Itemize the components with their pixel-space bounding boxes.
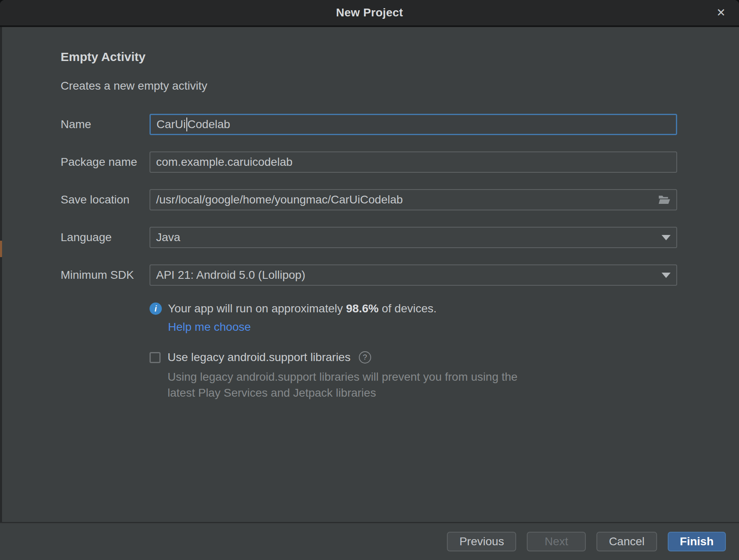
dialog-content: Empty Activity Creates a new empty activ… — [0, 27, 739, 401]
language-row: Language Java — [61, 227, 739, 248]
sdk-info-percent: 98.6% — [346, 302, 379, 315]
folder-open-icon[interactable] — [658, 194, 671, 205]
package-name-label: Package name — [61, 156, 150, 169]
legacy-description: Using legacy android.support libraries w… — [168, 369, 536, 401]
minimum-sdk-value: API 21: Android 5.0 (Lollipop) — [156, 269, 305, 282]
sdk-info-block: i Your app will run on approximately 98.… — [150, 302, 739, 334]
chevron-down-icon — [662, 273, 671, 278]
sdk-info-text-suffix: of devices. — [379, 302, 437, 315]
save-location-input[interactable]: /usr/local/google/home/youngmac/CarUiCod… — [150, 189, 677, 210]
page-subtitle: Creates a new empty activity — [61, 79, 739, 93]
cancel-button[interactable]: Cancel — [596, 532, 657, 551]
sdk-info-line: i Your app will run on approximately 98.… — [150, 302, 739, 315]
language-label: Language — [61, 231, 150, 244]
name-input[interactable]: CarUi Codelab — [150, 114, 677, 135]
titlebar: New Project ✕ — [0, 0, 739, 27]
package-name-value: com.example.caruicodelab — [156, 156, 292, 169]
page-title: Empty Activity — [61, 50, 739, 64]
minimum-sdk-dropdown[interactable]: API 21: Android 5.0 (Lollipop) — [150, 264, 677, 286]
footer-button-bar: Previous Next Cancel Finish — [0, 522, 739, 560]
language-dropdown[interactable]: Java — [150, 227, 677, 248]
sdk-info-text-prefix: Your app will run on approximately — [168, 302, 346, 315]
help-me-choose-link[interactable]: Help me choose — [168, 321, 251, 334]
legacy-checkbox-row: Use legacy android.support libraries ? — [150, 351, 739, 364]
next-button[interactable]: Next — [527, 532, 586, 551]
name-row: Name CarUi Codelab — [61, 114, 739, 135]
minimum-sdk-row: Minimum SDK API 21: Android 5.0 (Lollipo… — [61, 264, 739, 286]
info-icon: i — [150, 303, 162, 315]
package-name-input[interactable]: com.example.caruicodelab — [150, 151, 677, 173]
legacy-libraries-checkbox[interactable] — [150, 352, 161, 363]
language-value: Java — [156, 231, 180, 244]
save-location-value: /usr/local/google/home/youngmac/CarUiCod… — [156, 193, 403, 206]
save-location-label: Save location — [61, 193, 150, 206]
finish-button[interactable]: Finish — [668, 532, 726, 551]
close-icon[interactable]: ✕ — [711, 0, 731, 25]
help-question-icon[interactable]: ? — [359, 351, 371, 364]
text-caret — [186, 117, 187, 131]
name-label: Name — [61, 118, 150, 131]
new-project-dialog: New Project ✕ Empty Activity Creates a n… — [0, 0, 739, 560]
package-name-row: Package name com.example.caruicodelab — [61, 151, 739, 173]
name-value-before-caret: CarUi — [156, 118, 186, 131]
minimum-sdk-label: Minimum SDK — [61, 269, 150, 282]
save-location-row: Save location /usr/local/google/home/you… — [61, 189, 739, 210]
dialog-title: New Project — [0, 0, 739, 25]
legacy-libraries-block: Use legacy android.support libraries ? U… — [150, 351, 739, 401]
legacy-checkbox-label: Use legacy android.support libraries — [168, 351, 351, 364]
chevron-down-icon — [662, 235, 671, 240]
name-value-after-caret: Codelab — [188, 118, 230, 131]
previous-button[interactable]: Previous — [447, 532, 516, 551]
